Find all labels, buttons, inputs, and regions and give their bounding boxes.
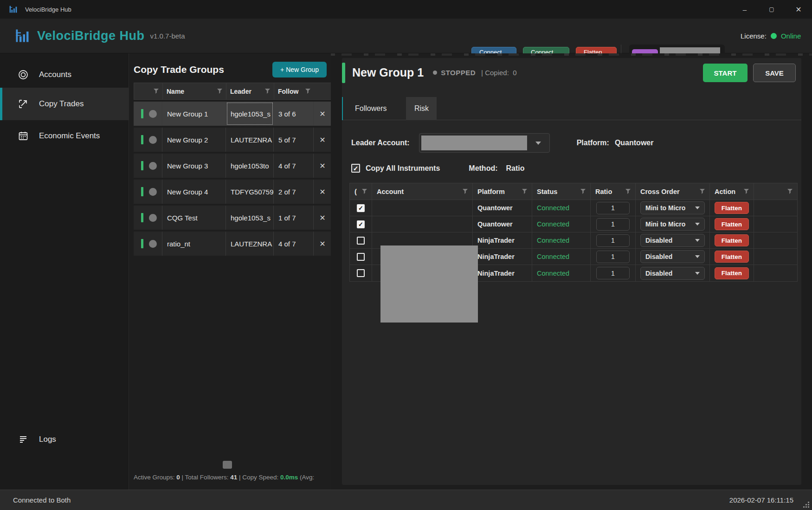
flatten-button[interactable]: Flatten: [715, 267, 749, 279]
sidebar-item-logs[interactable]: Logs: [0, 426, 129, 452]
group-leader: LAUTEZNRA: [231, 136, 272, 144]
group-row[interactable]: ratio_nt LAUTEZNRA 4 of 7 ✕: [134, 232, 331, 256]
filter-icon[interactable]: [265, 89, 270, 94]
followers-table-header: ( Account Platform Status Ratio Cross Or…: [350, 183, 797, 200]
follower-row: ✓ Quantower Connected Mini to Micro Flat…: [350, 200, 797, 216]
ratio-input[interactable]: [596, 202, 630, 214]
app-logo-icon: [8, 4, 19, 14]
filter-icon[interactable]: [522, 189, 527, 194]
title-bar: VelociBridge Hub – ▢ ✕: [0, 0, 812, 19]
filter-icon[interactable]: [362, 189, 367, 194]
filter-icon[interactable]: [305, 89, 310, 94]
follower-checkbox[interactable]: [357, 237, 365, 245]
groups-table: Name Leader Follow New Group 1 hgole1053…: [134, 83, 331, 256]
close-button[interactable]: ✕: [785, 0, 812, 19]
group-follow-count: 5 of 7: [278, 136, 296, 144]
group-row[interactable]: CQG Test hgole1053_s 1 of 7 ✕: [134, 206, 331, 230]
cross-order-dropdown[interactable]: Disabled: [640, 234, 705, 247]
detail-tabs: Followers Risk: [342, 97, 801, 120]
chevron-down-icon: [535, 142, 541, 145]
content-area: Accounts Copy Trades Economic Ev: [0, 53, 812, 490]
save-button[interactable]: SAVE: [753, 64, 796, 82]
sidebar-item-accounts[interactable]: Accounts: [0, 62, 129, 88]
group-leader: hgole1053_s: [231, 110, 271, 118]
ratio-input[interactable]: [596, 251, 630, 263]
group-name: ratio_nt: [167, 240, 190, 248]
follower-checkbox[interactable]: ✓: [357, 204, 365, 212]
follower-platform: Quantower: [477, 204, 513, 212]
column-header-platform: Platform: [477, 188, 505, 195]
follower-checkbox[interactable]: [357, 269, 365, 277]
sidebar-item-label: Accounts: [39, 70, 71, 79]
group-name: New Group 3: [167, 162, 208, 170]
start-button[interactable]: START: [703, 64, 748, 82]
column-header-status: Status: [537, 188, 557, 195]
groups-panel-title: Copy Trade Groups: [134, 64, 224, 75]
copied-count: 0: [513, 69, 516, 77]
ratio-input[interactable]: [596, 218, 630, 231]
app-version: v1.0.7-beta: [150, 32, 185, 40]
group-row[interactable]: New Group 2 LAUTEZNRA 5 of 7 ✕: [134, 128, 331, 152]
delete-group-button[interactable]: ✕: [319, 136, 325, 144]
group-status-text: STOPPED: [441, 69, 476, 77]
copy-trade-groups-panel: Copy Trade Groups + New Group Name Leade…: [129, 53, 331, 490]
column-header-name: Name: [167, 88, 184, 95]
chevron-down-icon: [695, 272, 700, 275]
ratio-input[interactable]: [596, 267, 630, 279]
flatten-button[interactable]: Flatten: [715, 218, 749, 230]
cross-order-dropdown[interactable]: Mini to Micro: [640, 201, 705, 214]
copy-all-checkbox[interactable]: ✓: [351, 164, 360, 173]
group-row[interactable]: New Group 4 TDFYG50759 2 of 7 ✕: [134, 180, 331, 204]
maximize-button[interactable]: ▢: [758, 0, 785, 19]
filter-icon[interactable]: [787, 189, 793, 194]
ratio-input[interactable]: [596, 234, 630, 247]
filter-icon[interactable]: [744, 189, 749, 194]
follower-checkbox[interactable]: [357, 253, 365, 261]
calendar-icon: [18, 130, 29, 142]
follower-status: Connected: [537, 253, 569, 260]
filter-icon[interactable]: [625, 189, 631, 194]
group-active-indicator: [141, 239, 143, 248]
resize-grip[interactable]: [803, 501, 809, 508]
follower-checkbox[interactable]: ✓: [357, 220, 365, 228]
method-label: Method:: [469, 164, 497, 173]
sidebar-item-copy-trades[interactable]: Copy Trades: [0, 88, 129, 120]
column-header-ratio: Ratio: [595, 188, 612, 195]
flatten-button[interactable]: Flatten: [715, 202, 749, 214]
sidebar-item-economic-events[interactable]: Economic Events: [0, 123, 129, 149]
leader-account-dropdown[interactable]: [419, 133, 550, 153]
leader-account-label: Leader Account:: [351, 139, 410, 147]
filter-icon[interactable]: [700, 189, 705, 194]
delete-group-button[interactable]: ✕: [319, 110, 325, 118]
cross-order-dropdown[interactable]: Disabled: [640, 267, 705, 280]
group-row[interactable]: New Group 3 hgole1053to 4 of 7 ✕: [134, 154, 331, 178]
groups-table-header: Name Leader Follow: [134, 83, 331, 100]
brand-logo-icon: [14, 27, 31, 44]
tab-followers[interactable]: Followers: [355, 104, 387, 113]
tab-risk[interactable]: Risk: [406, 97, 437, 120]
sidebar-item-label: Logs: [39, 435, 56, 444]
group-detail-header: New Group 1 STOPPED | Copied: 0 START SA…: [342, 58, 801, 87]
delete-group-button[interactable]: ✕: [319, 239, 325, 248]
minimize-button[interactable]: –: [731, 0, 758, 19]
delete-group-button[interactable]: ✕: [319, 161, 325, 170]
group-row[interactable]: New Group 1 hgole1053_s 3 of 6 ✕: [134, 102, 331, 126]
groups-footer-stats: Active Groups: 0 | Total Followers: 41 |…: [134, 474, 331, 481]
new-group-button[interactable]: + New Group: [272, 62, 327, 77]
filter-icon[interactable]: [217, 89, 222, 94]
group-status-dot: [149, 162, 157, 170]
filter-icon[interactable]: [463, 189, 468, 194]
cross-order-dropdown[interactable]: Mini to Micro: [640, 218, 705, 231]
group-active-indicator: [141, 213, 143, 222]
delete-group-button[interactable]: ✕: [319, 187, 325, 196]
follower-status: Connected: [537, 220, 569, 228]
delete-group-button[interactable]: ✕: [319, 213, 325, 222]
horizontal-scrollbar-thumb[interactable]: [223, 461, 232, 469]
filter-icon[interactable]: [154, 89, 159, 94]
filter-icon[interactable]: [580, 189, 586, 194]
copy-trades-icon: [18, 98, 29, 110]
group-name: New Group 4: [167, 188, 208, 196]
flatten-button[interactable]: Flatten: [715, 234, 749, 246]
cross-order-dropdown[interactable]: Disabled: [640, 250, 705, 263]
flatten-button[interactable]: Flatten: [715, 251, 749, 263]
